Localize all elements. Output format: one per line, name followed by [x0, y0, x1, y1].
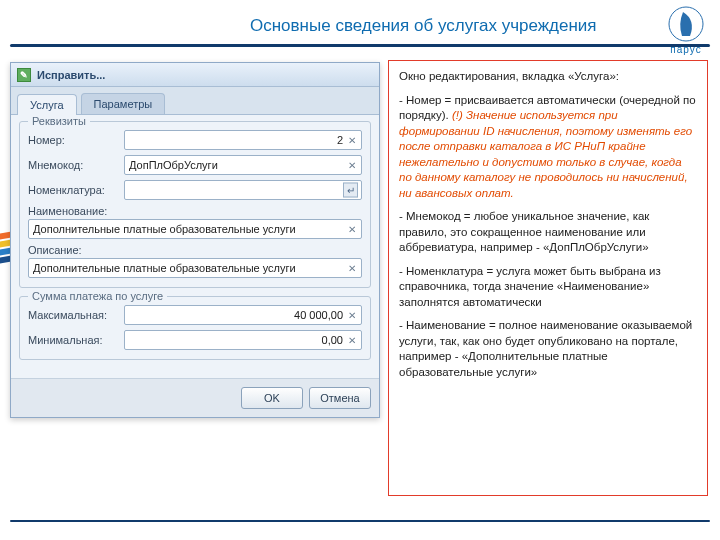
group-payment: Сумма платежа по услуге [28, 290, 167, 302]
min-field[interactable]: 0,00 ✕ [124, 330, 362, 350]
edit-dialog: ✎ Исправить... Услуга Параметры Реквизит… [10, 62, 380, 418]
divider-bottom [10, 520, 710, 522]
description-field[interactable]: Дополнительные платные образовательные у… [28, 258, 362, 278]
help-item-nomenclature: - Номенклатура = услуга может быть выбра… [399, 264, 697, 311]
help-item-mnemo: - Мнемокод = любое уникальное значение, … [399, 209, 697, 256]
help-item-name: - Наименование = полное наименование ока… [399, 318, 697, 380]
group-requisites: Реквизиты [28, 115, 90, 127]
ok-button[interactable]: OK [241, 387, 303, 409]
label-description: Описание: [28, 244, 362, 256]
label-mnemo: Мнемокод: [28, 159, 124, 171]
clear-icon[interactable]: ✕ [345, 223, 358, 236]
label-max: Максимальная: [28, 309, 124, 321]
label-min: Минимальная: [28, 334, 124, 346]
help-item-number: - Номер = присваивается автоматически (о… [399, 93, 697, 202]
number-field[interactable]: 2 ✕ [124, 130, 362, 150]
tab-parameters[interactable]: Параметры [81, 93, 166, 114]
sail-icon [668, 6, 704, 42]
lookup-icon[interactable]: ↵ [343, 183, 358, 198]
clear-icon[interactable]: ✕ [345, 159, 358, 172]
divider-top [10, 44, 710, 47]
clear-icon[interactable]: ✕ [345, 309, 358, 322]
label-name: Наименование: [28, 205, 362, 217]
clear-icon[interactable]: ✕ [345, 334, 358, 347]
label-nomenclature: Номенклатура: [28, 184, 124, 196]
label-number: Номер: [28, 134, 124, 146]
name-field[interactable]: Дополнительные платные образовательные у… [28, 219, 362, 239]
clear-icon[interactable]: ✕ [345, 134, 358, 147]
brand-logo: парус [668, 6, 704, 55]
tab-service[interactable]: Услуга [17, 94, 77, 115]
window-titlebar[interactable]: ✎ Исправить... [11, 63, 379, 87]
max-field[interactable]: 40 000,00 ✕ [124, 305, 362, 325]
nomenclature-field[interactable]: ↵ [124, 180, 362, 200]
mnemo-field[interactable]: ДопПлОбрУслуги ✕ [124, 155, 362, 175]
help-panel: Окно редактирования, вкладка «Услуга»: -… [388, 60, 708, 496]
slide-title: Основные сведения об услугах учреждения [250, 16, 597, 36]
cancel-button[interactable]: Отмена [309, 387, 371, 409]
edit-icon: ✎ [17, 68, 31, 82]
clear-icon[interactable]: ✕ [345, 262, 358, 275]
help-heading: Окно редактирования, вкладка «Услуга»: [399, 69, 697, 85]
window-title: Исправить... [37, 69, 105, 81]
